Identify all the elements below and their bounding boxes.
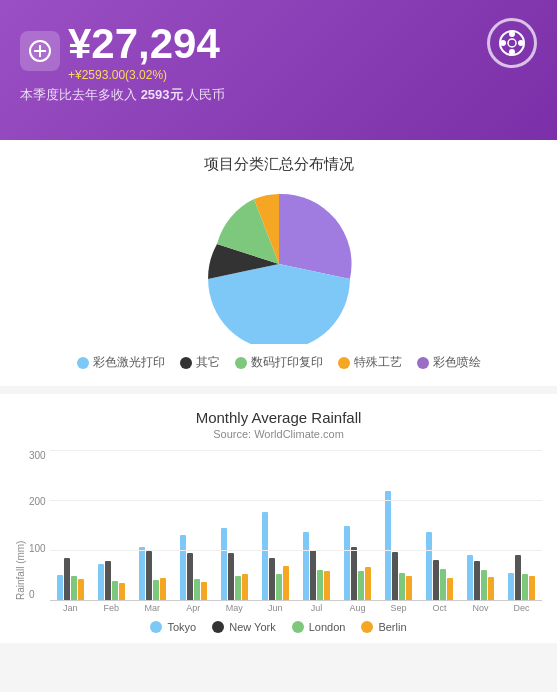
legend-label-2: 数码打印复印 [251, 354, 323, 371]
rain-legend-berlin: Berlin [361, 621, 406, 633]
bar-group-feb [91, 450, 132, 600]
bar-feb-0 [98, 564, 104, 600]
bar-may-3 [242, 574, 248, 600]
y-label-100: 100 [29, 543, 46, 554]
month-label-aug: Aug [337, 603, 378, 613]
bar-mar-1 [146, 551, 152, 600]
rain-legend-london: London [292, 621, 346, 633]
chart-outer: Rainfall (mm) 300 200 100 0 JanFebMarApr… [15, 450, 542, 613]
legend-item-2: 数码打印复印 [235, 354, 323, 371]
bar-jul-3 [324, 571, 330, 600]
pie-legend: 彩色激光打印 其它 数码打印复印 特殊工艺 彩色喷绘 [15, 354, 542, 371]
bar-nov-0 [467, 555, 473, 600]
month-label-jul: Jul [296, 603, 337, 613]
bar-group-aug [337, 450, 378, 600]
bar-mar-0 [139, 547, 145, 600]
pie-svg [199, 184, 359, 344]
bar-mar-3 [160, 578, 166, 600]
bar-dec-3 [529, 576, 535, 600]
svg-point-3 [509, 49, 515, 55]
help-icon[interactable] [487, 18, 537, 68]
bar-group-jan [50, 450, 91, 600]
month-label-dec: Dec [501, 603, 542, 613]
bar-sep-1 [392, 552, 398, 600]
bar-aug-0 [344, 526, 350, 600]
legend-dot-0 [77, 357, 89, 369]
rainfall-title: Monthly Average Rainfall [15, 409, 542, 426]
header-section: ¥27,294 +¥2593.00(3.02%) 本季度比去年多收入 2593元… [0, 0, 557, 140]
bar-apr-1 [187, 553, 193, 600]
rain-dot-tokyo [150, 621, 162, 633]
month-label-jun: Jun [255, 603, 296, 613]
month-label-may: May [214, 603, 255, 613]
bar-nov-1 [474, 561, 480, 600]
legend-dot-1 [180, 357, 192, 369]
svg-point-6 [508, 39, 516, 47]
month-label-nov: Nov [460, 603, 501, 613]
pie-chart-visual [15, 184, 542, 344]
bar-nov-3 [488, 577, 494, 600]
bar-may-2 [235, 576, 241, 600]
rain-label-newyork: New York [229, 621, 275, 633]
bar-group-sep [378, 450, 419, 600]
y-axis-title: Rainfall (mm) [15, 450, 26, 600]
legend-label-0: 彩色激光打印 [93, 354, 165, 371]
bar-aug-3 [365, 567, 371, 600]
bar-jun-1 [269, 558, 275, 600]
rainfall-section: Monthly Average Rainfall Source: WorldCl… [0, 394, 557, 643]
bar-group-jun [255, 450, 296, 600]
legend-item-1: 其它 [180, 354, 220, 371]
bar-feb-3 [119, 583, 125, 600]
bar-group-dec [501, 450, 542, 600]
y-label-200: 200 [29, 496, 46, 507]
bar-jan-2 [71, 576, 77, 600]
month-label-sep: Sep [378, 603, 419, 613]
bar-jan-3 [78, 579, 84, 600]
pie-chart-title: 项目分类汇总分布情况 [15, 155, 542, 174]
legend-dot-4 [417, 357, 429, 369]
bar-dec-2 [522, 574, 528, 600]
bar-apr-2 [194, 579, 200, 600]
bar-mar-2 [153, 580, 159, 600]
bar-group-may [214, 450, 255, 600]
bar-group-jul [296, 450, 337, 600]
bar-jun-3 [283, 566, 289, 600]
legend-item-4: 彩色喷绘 [417, 354, 481, 371]
bar-jun-0 [262, 512, 268, 600]
rain-dot-berlin [361, 621, 373, 633]
svg-point-4 [500, 40, 506, 46]
rain-label-berlin: Berlin [378, 621, 406, 633]
y-label-300: 300 [29, 450, 46, 461]
bar-jul-2 [317, 570, 323, 600]
rain-label-tokyo: Tokyo [167, 621, 196, 633]
month-label-apr: Apr [173, 603, 214, 613]
bar-group-oct [419, 450, 460, 600]
rainfall-legend: Tokyo New York London Berlin [15, 621, 542, 633]
bar-dec-1 [515, 555, 521, 600]
svg-point-2 [509, 31, 515, 37]
y-label-0: 0 [29, 589, 46, 600]
bar-jul-1 [310, 550, 316, 600]
bar-jun-2 [276, 574, 282, 600]
bar-sep-3 [406, 576, 412, 600]
bar-dec-0 [508, 573, 514, 600]
rainfall-source: Source: WorldClimate.com [15, 428, 542, 440]
month-label-oct: Oct [419, 603, 460, 613]
bar-group-nov [460, 450, 501, 600]
header-change-small: +¥2593.00(3.02%) [68, 68, 220, 82]
bar-group-apr [173, 450, 214, 600]
legend-item-0: 彩色激光打印 [77, 354, 165, 371]
header-subtitle: 本季度比去年多收入 2593元 人民币 [20, 86, 537, 104]
bar-sep-2 [399, 573, 405, 600]
bar-oct-1 [433, 560, 439, 600]
rain-legend-tokyo: Tokyo [150, 621, 196, 633]
legend-dot-3 [338, 357, 350, 369]
rain-dot-newyork [212, 621, 224, 633]
bar-feb-2 [112, 581, 118, 600]
bar-apr-3 [201, 582, 207, 600]
bar-may-1 [228, 553, 234, 600]
month-label-jan: Jan [50, 603, 91, 613]
bar-sep-0 [385, 491, 391, 600]
rain-legend-newyork: New York [212, 621, 275, 633]
bar-oct-2 [440, 569, 446, 600]
